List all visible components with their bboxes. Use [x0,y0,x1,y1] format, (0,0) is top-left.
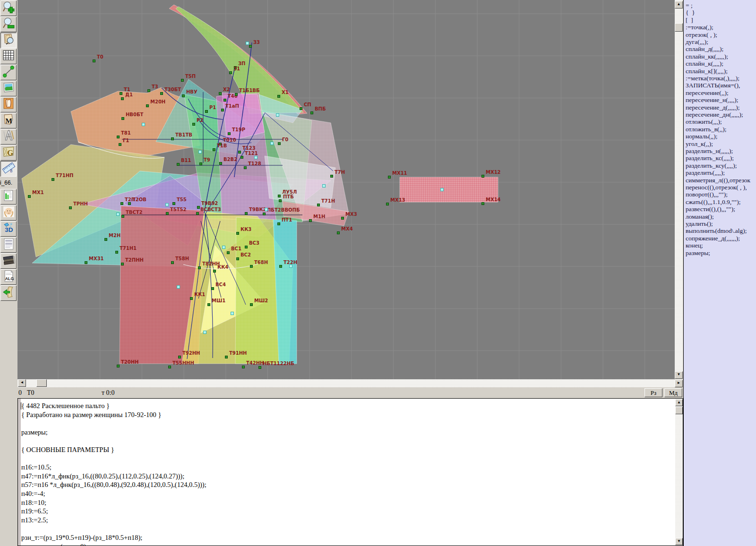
command-item[interactable]: отложить(,,,); [686,118,722,125]
command-item[interactable]: перенос((),отрезок( , ), [686,184,747,191]
piece-zoom-icon [2,33,15,48]
point-label: Х2 [223,87,230,92]
svg-text:M: M [5,117,12,125]
point-marker [190,297,193,300]
command-item[interactable]: дуга(,,,); [686,38,708,45]
editor-line: п19:=6.5; [21,507,48,516]
drafting-button[interactable] [0,129,17,145]
editor-scroll-up-icon[interactable]: ▲ [675,399,683,406]
command-item[interactable]: конец; [686,242,703,249]
point-marker [128,202,131,205]
scroll-right-icon[interactable]: ► [675,380,683,387]
alg-button[interactable]: ALG [0,269,17,285]
editor-scroll-down-icon[interactable]: ▼ [675,538,683,545]
command-item[interactable]: нормаль(,,); [686,133,717,140]
command-item[interactable]: выполнить(dmod\.alg); [686,227,747,234]
zoom-in-button[interactable] [0,0,17,16]
command-item[interactable]: пересечение_н(,,,,); [686,96,739,103]
editor-vscroll-thumb[interactable] [675,407,683,414]
command-item[interactable]: пересечение_дн(,,,,,); [686,111,743,118]
point-label: МХ31 [89,256,104,261]
model-button[interactable] [0,205,17,221]
point-label: ВС2 [241,253,251,257]
command-item[interactable]: разделить_кс(,,,,); [686,154,734,162]
books-button[interactable] [0,253,17,269]
command-item[interactable]: сплайн_к[](,,,,); [686,68,728,75]
vscroll-thumb[interactable] [675,23,683,32]
command-item[interactable]: развести((),(),,,""); [686,205,735,213]
pattern-canvas[interactable]: Т0Т5ПЗ3ЗПЗ1Т3Т1Д1Т30БТНВУХ2Т46Т1Б1ВБХ1СП… [17,0,675,379]
editor-vscrollbar[interactable]: ▲ ▼ [675,399,683,546]
point-label: Т3 [152,85,158,89]
algorithm-editor[interactable]: { 4482 Расклешенное пальто }{ Разработан… [17,398,683,546]
command-item[interactable]: ломаная(); [686,213,714,220]
command-item[interactable]: :=точка(,); [686,24,713,31]
command-item[interactable]: разделить_ксу(,,,,); [686,162,737,169]
point-label: Т1аП [225,104,239,109]
point-label: Т71Н [321,199,335,204]
hscroll-thumb[interactable] [36,379,47,387]
ruler-button[interactable]: 8 [0,161,17,177]
command-item[interactable]: [ ] [686,17,693,24]
list-button[interactable] [0,237,17,253]
command-item[interactable]: разделить_н(,,,,,); [686,147,733,154]
point-label: ЗП [238,61,245,66]
point-marker [309,219,312,222]
pattern-button[interactable] [0,97,17,112]
editor-gutter [18,399,21,546]
3d-button[interactable]: 3D [0,221,17,237]
point-marker [211,287,214,290]
command-item[interactable]: размеры; [686,249,710,256]
canvas-vscrollbar[interactable]: ▲ ▼ [675,0,683,379]
rz-button[interactable]: Рз [644,388,662,397]
point-label: МХ13 [390,198,405,203]
image-button[interactable] [0,81,17,96]
point-label: Т1В [217,144,227,148]
piece-zoom-button[interactable] [0,33,17,48]
command-item[interactable]: сплайн_д(,,,,); [686,45,723,52]
command-item[interactable]: отложить_в(,,); [686,126,727,133]
editor-line: если меньше (рзн_т,0) то [21,542,94,546]
segment-button[interactable] [0,65,17,80]
command-item[interactable]: сопряжение_д(,,,,,,); [686,235,740,242]
command-item[interactable]: пересечение(,,); [686,89,729,96]
command-item[interactable]: { } [686,9,695,16]
table-button[interactable] [0,189,17,205]
measurements-button[interactable]: M [0,113,17,128]
point-marker [198,266,201,269]
zoom-out-button[interactable] [0,17,17,32]
scroll-down-icon[interactable]: ▼ [675,371,683,379]
command-item[interactable]: ЗАПИСАТЬ(имя=(), [686,82,740,89]
point-label: ВС4 [215,282,226,287]
point-label: ПТ1 [282,218,292,222]
point-label: Т121 [245,151,258,156]
editor-line: п18:=10; [21,498,46,507]
command-item[interactable]: сплайн_кк(,,,,,); [686,53,728,60]
command-item[interactable]: пересечение_д(,,,,,); [686,104,740,111]
point-label: Т0 [97,55,103,60]
command-item[interactable]: сжать((),,,1.1,0.9,""); [686,198,740,205]
point-marker [300,107,302,110]
command-item[interactable]: сплайн_к(,,,,); [686,60,723,67]
command-item[interactable]: поворот((),,,""); [686,191,728,198]
command-item[interactable]: симметрия_л((),отрезок [686,177,750,184]
command-item[interactable]: удалить(); [686,220,713,227]
exit-button[interactable] [0,285,17,301]
point-label: ВС1 [231,247,241,251]
scroll-up-icon[interactable]: ▲ [675,1,683,9]
command-item[interactable]: :=метка(точка(,),,,,); [686,75,739,82]
command-item[interactable]: угол_к(,,); [686,140,713,147]
point-marker [279,265,282,268]
md-button[interactable]: Мд [664,388,682,397]
point-marker [310,111,313,114]
point-label: ВПБ [315,107,326,111]
command-item[interactable]: разделить(,,,,); [686,169,725,176]
point-label: Т91НН [229,351,247,356]
command-item[interactable]: отрезок( , ); [686,31,717,38]
canvas-hscrollbar[interactable]: ◄ [17,379,675,387]
point-marker [120,202,123,205]
grid-button[interactable] [0,49,17,64]
scroll-left-icon[interactable]: ◄ [18,379,26,387]
grading-button[interactable]: G [0,145,17,161]
command-item[interactable]: = ; [686,2,693,9]
